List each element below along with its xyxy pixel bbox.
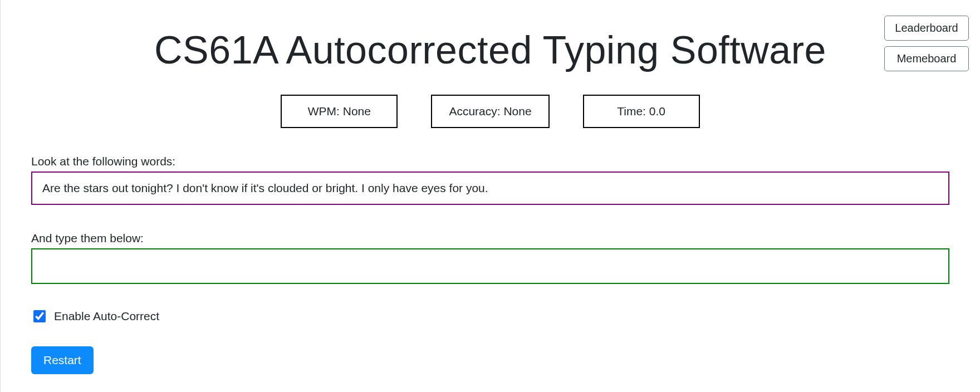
leaderboard-button[interactable]: Leaderboard: [884, 16, 969, 41]
title-s: S: [670, 28, 697, 72]
autocorrect-label[interactable]: Enable Auto-Correct: [54, 310, 159, 323]
wpm-stat: WPM: None: [281, 95, 398, 128]
title-a: A: [286, 28, 312, 72]
accuracy-label: Accuracy:: [449, 105, 503, 117]
restart-button[interactable]: Restart: [31, 346, 94, 374]
wpm-value: None: [343, 105, 371, 117]
prompt-label: Look at the following words:: [31, 155, 949, 168]
accuracy-stat: Accuracy: None: [431, 95, 549, 128]
app-container: Leaderboard Memeboard CS61A Autocorrecte…: [0, 0, 980, 392]
title-word2-rest: utocorrected: [312, 28, 532, 72]
stats-row: WPM: None Accuracy: None Time: 0.0: [31, 95, 949, 128]
title-word3-rest: yping: [565, 28, 659, 72]
time-label: Time:: [617, 105, 649, 117]
time-stat: Time: 0.0: [583, 95, 700, 128]
page-title: CS61A Autocorrected Typing Software: [31, 28, 949, 72]
autocorrect-checkbox[interactable]: [33, 310, 46, 322]
autocorrect-row: Enable Auto-Correct: [31, 308, 949, 324]
top-buttons-group: Leaderboard Memeboard: [884, 16, 969, 71]
prompt-text-box: Are the stars out tonight? I don't know …: [31, 171, 949, 205]
accuracy-value: None: [503, 105, 531, 117]
title-t: T: [543, 28, 565, 72]
memeboard-button[interactable]: Memeboard: [884, 46, 969, 71]
time-value: 0.0: [649, 105, 665, 117]
title-c: C: [154, 28, 183, 72]
title-word1-rest: S61A: [183, 28, 277, 72]
input-label: And type them below:: [31, 232, 949, 245]
wpm-label: WPM:: [308, 105, 343, 117]
title-word4-rest: oftware: [697, 28, 826, 72]
typing-input[interactable]: [31, 248, 949, 284]
